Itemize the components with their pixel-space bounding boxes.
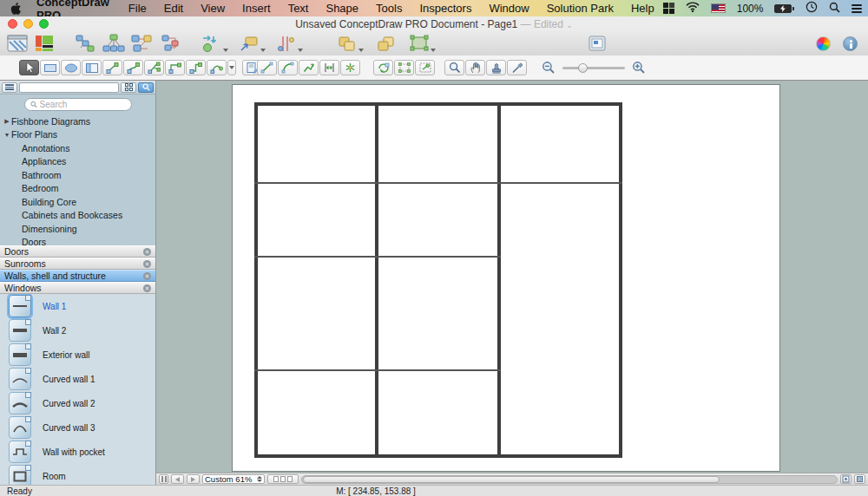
tree-item-cabinets-and-bookcases[interactable]: Cabinets and Bookcases (0, 209, 155, 223)
library-search-field[interactable] (24, 98, 132, 111)
rotate-tool[interactable] (373, 60, 393, 75)
exterior-wall-thumbnail-icon[interactable] (9, 343, 31, 366)
crop-tool[interactable] (394, 60, 414, 75)
tree-item-doors[interactable]: Doors (0, 236, 155, 246)
pan-tool[interactable] (465, 60, 485, 75)
wall-segment[interactable] (254, 102, 258, 458)
library-search-button[interactable] (138, 82, 154, 93)
wall-segment[interactable] (619, 102, 622, 458)
tree-item-appliances[interactable]: Appliances (0, 155, 155, 169)
tree-item-building-core[interactable]: Building Core (0, 195, 155, 209)
right-angle-connector-tool[interactable] (165, 60, 185, 75)
search-input[interactable] (40, 100, 126, 109)
menu-item-text[interactable]: Text (279, 2, 318, 15)
zoom-slider-knob[interactable] (578, 63, 588, 73)
notification-center-icon[interactable] (852, 4, 862, 13)
zoom-stepper-icon[interactable] (257, 476, 262, 482)
curved-connector-tool[interactable] (123, 60, 143, 75)
distribute-dropdown-caret[interactable] (298, 49, 303, 52)
library-section-windows[interactable]: Windows (0, 282, 155, 294)
network-diagram-button[interactable] (131, 34, 154, 53)
shape-item-curved-wall-2[interactable]: Curved wall 2 (0, 391, 155, 415)
library-section-doors[interactable]: Doors (0, 245, 155, 258)
inspector-panel-button[interactable] (589, 36, 606, 51)
close-icon[interactable] (143, 248, 151, 256)
shape-item-wall-1[interactable]: Wall 1 (0, 294, 155, 318)
library-section-sunrooms[interactable]: Sunrooms (0, 258, 155, 270)
frame-tool[interactable] (82, 60, 102, 75)
curved-wall-2-thumbnail-icon[interactable] (9, 392, 31, 414)
next-page-button[interactable] (187, 474, 200, 484)
line-tool[interactable] (257, 60, 277, 75)
library-grid-view-button[interactable] (121, 82, 136, 93)
tree-diagram-button[interactable] (74, 34, 96, 53)
menu-item-tools[interactable]: Tools (367, 2, 411, 15)
bezier-connector-tool[interactable] (207, 60, 227, 75)
wall-segment[interactable] (375, 102, 378, 458)
rounded-connector-tool[interactable] (186, 60, 206, 75)
arrange-objects-button[interactable] (201, 35, 228, 53)
display-arrangement-icon[interactable] (663, 3, 674, 14)
group-selection-button[interactable] (409, 35, 436, 53)
horizontal-scrollbar[interactable] (301, 475, 838, 484)
flowchart-button[interactable] (160, 34, 182, 53)
group-dropdown-caret[interactable] (431, 49, 436, 52)
menu-item-edit[interactable]: Edit (155, 2, 192, 15)
wall-segment[interactable] (254, 182, 622, 184)
zoom-level-select[interactable]: Custom 61% (202, 474, 265, 484)
send-backward-button[interactable] (376, 35, 397, 53)
smart-connector-tool[interactable] (144, 60, 164, 75)
zoom-out-button[interactable] (538, 60, 558, 75)
tree-item-annotations[interactable]: Annotations (0, 141, 155, 155)
bring-forward-button[interactable] (337, 35, 364, 53)
wall-segment[interactable] (254, 256, 501, 258)
drawing-canvas[interactable] (156, 81, 868, 473)
menu-item-insert[interactable]: Insert (233, 2, 279, 15)
rectangle-tool[interactable] (40, 60, 60, 75)
wall-segment[interactable] (497, 102, 501, 458)
disclosure-down-icon[interactable]: ▼ (3, 132, 11, 138)
actual-size-button[interactable] (854, 474, 865, 484)
tree-item-bedroom[interactable]: Bedroom (0, 182, 155, 196)
color-wheel-button[interactable] (816, 36, 831, 51)
menu-item-window[interactable]: Window (480, 2, 537, 15)
tree-item-floor-plans[interactable]: ▼Floor Plans (0, 128, 155, 142)
shape-item-curved-wall-3[interactable]: Curved wall 3 (0, 415, 155, 440)
org-chart-button[interactable] (102, 34, 125, 53)
battery-charging-icon[interactable] (774, 4, 794, 13)
curved-wall-3-thumbnail-icon[interactable] (9, 416, 31, 439)
menu-item-shape[interactable]: Shape (317, 2, 367, 15)
close-icon[interactable] (143, 260, 151, 268)
shape-item-wall-2[interactable]: Wall 2 (0, 318, 155, 343)
libraries-panel-button[interactable] (7, 35, 28, 52)
zoom-slider-track[interactable] (562, 67, 625, 69)
shape-item-room[interactable]: Room (0, 464, 155, 485)
menu-item-file[interactable]: File (120, 2, 155, 15)
disclosure-right-icon[interactable]: ▶ (3, 118, 11, 125)
spotlight-search-icon[interactable] (829, 2, 840, 16)
tree-item-fishbone-diagrams[interactable]: ▶Fishbone Diagrams (0, 114, 155, 128)
stamp-tool[interactable] (486, 60, 506, 75)
library-tree-view-button[interactable] (2, 82, 17, 93)
order-dropdown-caret[interactable] (358, 49, 364, 52)
solution-park-button[interactable] (34, 35, 55, 52)
wall-segment[interactable] (254, 369, 501, 371)
position-dropdown-caret[interactable] (260, 49, 266, 52)
splitter-handle[interactable] (159, 474, 168, 484)
wall-segment[interactable] (254, 454, 622, 458)
room-thumbnail-icon[interactable] (9, 465, 31, 485)
fit-page-button[interactable] (840, 474, 852, 484)
library-filter-field[interactable] (19, 82, 119, 93)
curved-wall-1-thumbnail-icon[interactable] (9, 368, 31, 390)
polyline-tool[interactable] (299, 60, 319, 75)
title-chevron-down-icon[interactable]: ⌄ (566, 21, 573, 29)
tree-item-bathroom[interactable]: Bathroom (0, 168, 155, 182)
apple-menu-icon[interactable] (10, 2, 22, 15)
menu-item-inspectors[interactable]: Inspectors (411, 2, 480, 15)
arrange-dropdown-caret[interactable] (223, 49, 228, 52)
position-objects-button[interactable] (239, 35, 266, 53)
page[interactable] (232, 84, 780, 472)
input-source-flag-icon[interactable] (711, 3, 726, 13)
edited-label[interactable]: Edited (534, 18, 563, 30)
zoom-tool[interactable] (444, 60, 464, 75)
